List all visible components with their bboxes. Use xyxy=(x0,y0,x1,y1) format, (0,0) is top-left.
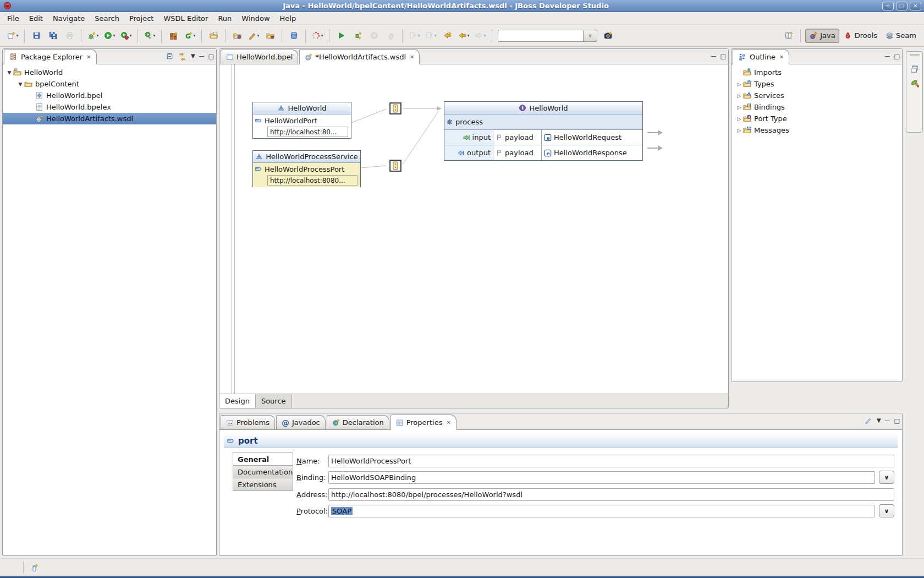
close-tab-icon[interactable]: ✕ xyxy=(410,54,414,60)
field-address[interactable]: http://localhost:8080/bpel/processes/Hel… xyxy=(328,488,894,501)
field-name[interactable]: HelloWorldProcessPort xyxy=(328,455,894,467)
expander-icon[interactable]: ▼ xyxy=(17,81,24,87)
outline-item-port-type[interactable]: ▷IPort Type xyxy=(732,113,902,124)
minimize-view-icon[interactable]: — xyxy=(885,418,890,423)
perspective-drools[interactable]: Drools xyxy=(840,29,881,43)
type-cell[interactable]: eHelloWorldResponse xyxy=(542,145,642,160)
expander-icon[interactable]: ▷ xyxy=(736,105,743,110)
menu-navigate[interactable]: Navigate xyxy=(48,13,90,24)
new-project-button[interactable] xyxy=(229,28,245,43)
port-address[interactable]: http://localhost:8080... xyxy=(267,175,358,186)
view-tab-problems[interactable]: Problems xyxy=(221,415,275,429)
porttype-box[interactable]: IHelloWorldprocessinputpayloadeHelloWorl… xyxy=(444,101,643,161)
outline-item-bindings[interactable]: ▷Bindings xyxy=(732,101,902,113)
binding-icon-2[interactable] xyxy=(388,158,403,173)
port-address[interactable]: http://localhost:80... xyxy=(267,127,348,137)
perspective-java[interactable]: JJava xyxy=(805,29,839,43)
expander-icon[interactable]: ▷ xyxy=(736,81,743,87)
expander-icon[interactable]: ▷ xyxy=(736,128,743,133)
perspective-seam[interactable]: Seam xyxy=(882,29,920,43)
last-edit-location-button[interactable] xyxy=(439,28,455,43)
minimize-button[interactable]: − xyxy=(882,2,894,10)
dropdown-arrow-icon[interactable]: ▾ xyxy=(129,33,131,38)
run-button[interactable]: ▾ xyxy=(102,28,117,43)
tree-item-helloworld-bpel[interactable]: HelloWorld.bpel xyxy=(3,90,216,101)
tree-item-helloworld[interactable]: ▼HelloWorld xyxy=(3,67,216,78)
param-cell[interactable]: payload xyxy=(493,130,542,145)
outline-item-messages[interactable]: ▷Messages xyxy=(732,124,902,136)
view-menu-icon[interactable]: ▼ xyxy=(191,53,195,59)
section-tab-documentation[interactable]: Documentation xyxy=(233,465,293,478)
view-menu-icon[interactable]: ▼ xyxy=(877,418,881,423)
menu-edit[interactable]: Edit xyxy=(24,13,48,24)
strip-handle[interactable] xyxy=(910,54,920,56)
editor-mode-tab-source[interactable]: Source xyxy=(256,394,292,408)
restore-view-icon[interactable] xyxy=(910,64,919,73)
operation-row[interactable]: process xyxy=(444,114,642,129)
run-process-button[interactable] xyxy=(333,28,349,43)
minimize-outline-icon[interactable]: — xyxy=(885,53,890,59)
menu-help[interactable]: Help xyxy=(275,13,301,24)
outline-item-imports[interactable]: Imports xyxy=(732,67,902,78)
port-row[interactable]: HelloWorldPort xyxy=(253,114,351,127)
progress-button[interactable]: ▾ xyxy=(310,28,325,43)
fast-view-toolbar-icon[interactable] xyxy=(30,563,39,572)
field-binding[interactable]: HelloWorldSOAPBinding xyxy=(328,471,875,484)
binding-icon-1[interactable] xyxy=(388,101,403,116)
port-row[interactable]: HelloWorldProcessPort xyxy=(253,163,360,175)
tree-item-helloworld-bpelex[interactable]: HelloWorld.bpelex xyxy=(3,101,216,113)
direction-cell[interactable]: input xyxy=(444,130,493,145)
dropdown-arrow-icon[interactable]: ▾ xyxy=(321,33,323,38)
view-tab-properties[interactable]: Properties✕ xyxy=(391,415,457,430)
maximize-button[interactable]: □ xyxy=(896,2,908,10)
close-view-icon[interactable]: ✕ xyxy=(86,54,91,60)
search-input[interactable] xyxy=(498,30,583,42)
link-with-editor-icon[interactable] xyxy=(178,52,187,61)
maximize-outline-icon[interactable]: □ xyxy=(894,53,900,59)
menu-file[interactable]: File xyxy=(2,13,24,24)
expander-icon[interactable]: ▼ xyxy=(6,70,13,75)
menu-window[interactable]: Window xyxy=(237,13,274,24)
service-box-helloworldprocessservice[interactable]: HelloWorldProcessServiceHelloWorldProces… xyxy=(252,150,361,187)
external-tools-button[interactable]: ▾ xyxy=(142,28,157,43)
param-cell[interactable]: payload xyxy=(493,145,542,160)
wsdl-design-canvas[interactable]: HelloWorldHelloWorldPorthttp://localhost… xyxy=(219,64,728,394)
maximize-editor-icon[interactable]: □ xyxy=(721,53,726,59)
maximize-view-icon[interactable]: □ xyxy=(894,418,900,424)
menu-search[interactable]: Search xyxy=(90,13,124,24)
menu-project[interactable]: Project xyxy=(124,13,158,24)
outline-tab[interactable]: Outline ✕ xyxy=(733,49,789,64)
close-outline-icon[interactable]: ✕ xyxy=(779,54,784,60)
package-explorer-tab[interactable]: Package Explorer ✕ xyxy=(4,49,97,64)
dropdown-arrow-icon[interactable]: ▾ xyxy=(257,33,259,38)
new-java-package-button[interactable] xyxy=(166,28,181,43)
editor-tab-helloworld-bpel[interactable]: HelloWorld.bpel xyxy=(221,50,298,64)
tree-item-helloworldartifacts-wsdl[interactable]: HelloWorldArtifacts.wsdl xyxy=(3,113,216,124)
open-file-button[interactable] xyxy=(206,28,221,43)
field-dropdown-binding[interactable]: ∨ xyxy=(879,471,894,484)
section-tab-extensions[interactable]: Extensions xyxy=(233,478,293,491)
service-box-helloworld[interactable]: HelloWorldHelloWorldPorthttp://localhost… xyxy=(252,102,351,139)
minimize-editor-icon[interactable]: — xyxy=(711,53,717,59)
maximize-view-icon[interactable]: □ xyxy=(208,53,214,59)
data-source-button[interactable] xyxy=(286,28,301,43)
editor-tab-helloworldartifacts-wsdl[interactable]: *HelloWorldArtifacts.wsdl✕ xyxy=(299,49,420,64)
mark-occurrences-button[interactable]: ▾ xyxy=(246,28,261,43)
open-perspective-button[interactable] xyxy=(781,28,796,43)
run-last-launched-button[interactable]: ▾ xyxy=(118,28,134,43)
dropdown-arrow-icon[interactable]: ▾ xyxy=(193,33,195,38)
combo-dropdown-icon[interactable]: ∨ xyxy=(583,30,597,42)
save-button[interactable] xyxy=(29,28,44,43)
dropdown-arrow-icon[interactable]: ▾ xyxy=(467,33,469,38)
view-tab-declaration[interactable]: Declaration xyxy=(327,415,389,429)
capture-button[interactable] xyxy=(600,28,615,43)
close-tab-icon[interactable]: ✕ xyxy=(446,419,450,426)
debug-button[interactable]: ▾ xyxy=(85,28,101,43)
dropdown-arrow-icon[interactable]: ▾ xyxy=(96,33,98,38)
close-button[interactable]: ✕ xyxy=(910,2,921,10)
new-configuration-button[interactable] xyxy=(350,28,365,43)
import-button[interactable] xyxy=(262,28,278,43)
editor-mode-tab-design[interactable]: Design xyxy=(219,394,256,408)
new-class-button[interactable]: G▾ xyxy=(182,28,197,43)
menu-run[interactable]: Run xyxy=(213,13,237,24)
